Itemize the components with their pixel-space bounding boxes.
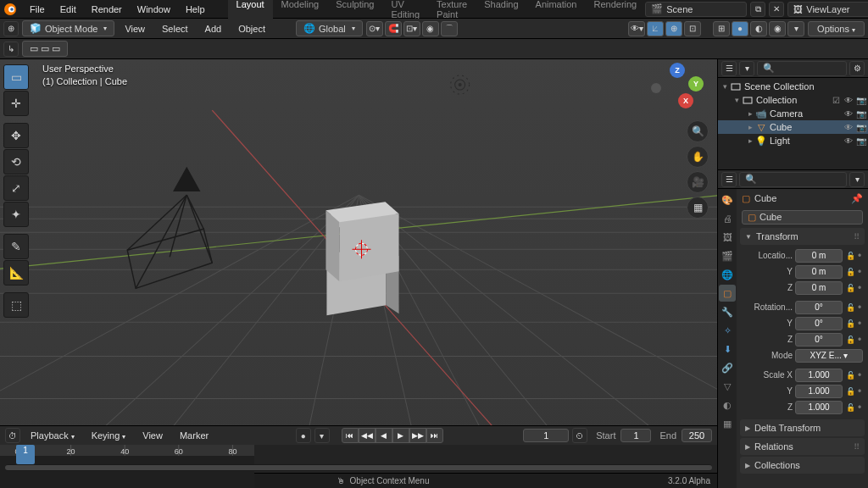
scene-props-tab-icon[interactable]: 🎬: [719, 247, 736, 264]
frame-lock-icon[interactable]: ⏲: [572, 428, 587, 443]
menu-file[interactable]: File: [22, 1, 53, 18]
move-tool-icon[interactable]: ✥: [3, 123, 29, 148]
playback-menu[interactable]: Playback: [24, 429, 81, 442]
prop-value[interactable]: 0 m: [795, 249, 843, 263]
visibility-icon[interactable]: 👁: [844, 136, 856, 146]
render-icon[interactable]: 📷: [856, 136, 868, 146]
select-box-tool[interactable]: ▭ ▭ ▭: [22, 41, 68, 57]
measure-tool-icon[interactable]: 📐: [3, 260, 29, 286]
prop-value[interactable]: 1.000: [795, 401, 843, 414]
animate-icon[interactable]: •: [858, 370, 863, 380]
axis-neg-icon[interactable]: [651, 83, 661, 93]
camera-view-icon[interactable]: 🎥: [687, 171, 709, 193]
prop-value[interactable]: 0°: [795, 333, 843, 347]
gizmo-toggle-icon[interactable]: ⟀: [647, 21, 664, 36]
overlay-toggle-icon[interactable]: ⊕: [665, 21, 682, 36]
pivot-icon[interactable]: ⊙▾: [366, 21, 383, 36]
perspective-toggle-icon[interactable]: ▦: [687, 197, 709, 219]
physics-props-tab-icon[interactable]: ⬇: [719, 341, 736, 358]
disclosure-icon[interactable]: ▸: [745, 136, 755, 145]
select-menu[interactable]: Select: [155, 22, 195, 36]
animate-icon[interactable]: •: [858, 335, 863, 345]
lock-icon[interactable]: 🔓: [845, 401, 855, 414]
animate-icon[interactable]: •: [858, 302, 863, 313]
outliner-row-camera[interactable]: ▸📹Camera👁📷: [718, 107, 868, 120]
proportional-edit-icon[interactable]: ◉: [422, 21, 439, 36]
lock-icon[interactable]: 🔓: [845, 385, 855, 398]
lock-icon[interactable]: 🔓: [845, 333, 855, 347]
outliner-filter-icon[interactable]: ⚙: [849, 61, 865, 76]
shading-options-icon[interactable]: ▾: [787, 21, 804, 36]
prop-value[interactable]: 1.000: [795, 385, 843, 398]
orientation-dropdown[interactable]: 🌐Global: [296, 20, 363, 36]
animate-icon[interactable]: •: [858, 283, 863, 293]
properties-search-input[interactable]: [757, 175, 808, 185]
timeline-editor-icon[interactable]: ⏱: [5, 428, 20, 443]
object-name-field[interactable]: ▢Cube: [742, 210, 863, 225]
prop-value[interactable]: 0°: [795, 301, 843, 314]
outliner-row-light[interactable]: ▸💡Light👁📷: [718, 134, 868, 147]
lock-icon[interactable]: 🔓: [845, 317, 855, 330]
timeline-ruler[interactable]: 020406080100120140160180200220240 1: [0, 445, 717, 464]
exclude-checkbox[interactable]: ☑: [832, 96, 844, 105]
menu-edit[interactable]: Edit: [53, 1, 84, 18]
timeline-scrollbar[interactable]: [5, 464, 712, 471]
render-icon[interactable]: 📷: [856, 109, 868, 119]
scene-selector[interactable]: 🎬 Scene: [645, 2, 747, 17]
constraint-props-tab-icon[interactable]: 🔗: [719, 359, 736, 376]
rotate-tool-icon[interactable]: ⟲: [3, 149, 29, 175]
timeline-view-menu[interactable]: View: [136, 429, 170, 442]
wireframe-shading-icon[interactable]: ⊞: [713, 21, 730, 36]
lock-icon[interactable]: 🔓: [845, 281, 855, 295]
pan-icon[interactable]: ✋: [687, 146, 709, 168]
rotation-mode-dropdown[interactable]: XYZ E... ▾: [795, 349, 863, 363]
render-icon[interactable]: 📷: [856, 96, 868, 105]
new-scene-button[interactable]: ⧉: [750, 2, 765, 17]
scale-tool-icon[interactable]: ⤢: [3, 175, 29, 201]
visibility-icon[interactable]: 👁: [844, 96, 856, 105]
editor-type-icon[interactable]: ⊕: [3, 21, 19, 36]
end-frame-field[interactable]: 250: [682, 429, 712, 442]
object-props-tab-icon[interactable]: ▢: [719, 285, 736, 302]
next-keyframe-icon[interactable]: ▶▶: [409, 428, 426, 443]
particle-props-tab-icon[interactable]: ✧: [719, 322, 736, 339]
menu-window[interactable]: Window: [130, 1, 178, 18]
outliner-row-cube[interactable]: ▸▽Cube👁📷: [718, 120, 868, 134]
lock-icon[interactable]: 🔓: [845, 369, 855, 382]
playhead[interactable]: 1: [16, 445, 35, 464]
material-shading-icon[interactable]: ◐: [750, 21, 767, 36]
animate-icon[interactable]: •: [858, 251, 863, 261]
autokey-options-icon[interactable]: ▾: [314, 428, 330, 443]
snap-toggle-icon[interactable]: 🧲: [385, 21, 402, 36]
transform-tool-icon[interactable]: ✦: [3, 202, 29, 227]
transform-panel-header[interactable]: ▼Transform⠿: [740, 228, 865, 245]
disclosure-icon[interactable]: ▾: [732, 96, 742, 104]
axis-y-icon[interactable]: Y: [688, 76, 704, 92]
outliner[interactable]: ▾Scene Collection ▾Collection☑👁📷▸📹Camera…: [718, 78, 868, 169]
viewlayer-props-tab-icon[interactable]: 🖼: [719, 229, 736, 246]
view-menu[interactable]: View: [118, 22, 152, 36]
disclosure-icon[interactable]: ▸: [745, 109, 755, 118]
outliner-row-collection[interactable]: ▾Collection☑👁📷: [718, 93, 868, 107]
animate-icon[interactable]: •: [858, 386, 863, 396]
tool-settings-icon[interactable]: ↳: [3, 42, 19, 57]
jump-end-icon[interactable]: ⏭: [426, 428, 443, 443]
menu-help[interactable]: Help: [178, 1, 213, 18]
proportional-falloff-icon[interactable]: ⌒: [441, 21, 458, 36]
pin-icon[interactable]: 📌: [851, 193, 863, 204]
add-cube-tool-icon[interactable]: ⬚: [3, 292, 29, 318]
visibility-icon[interactable]: 👁: [844, 123, 856, 132]
visibility-icon[interactable]: 👁: [844, 109, 856, 119]
mode-dropdown[interactable]: 🧊Object Mode: [22, 20, 114, 36]
disclosure-icon[interactable]: ▾: [720, 82, 730, 91]
visibility-icon[interactable]: 👁▾: [628, 21, 645, 36]
annotate-tool-icon[interactable]: ✎: [3, 234, 29, 259]
modifier-props-tab-icon[interactable]: 🔧: [719, 303, 736, 320]
axis-gizmo[interactable]: Z Y X: [651, 64, 702, 115]
axis-x-icon[interactable]: X: [678, 93, 693, 108]
delta-transform-panel-header[interactable]: ▶Delta Transform: [740, 419, 865, 436]
rendered-shading-icon[interactable]: ◉: [769, 21, 786, 36]
prop-value[interactable]: 0 m: [795, 265, 843, 279]
prop-value[interactable]: 0°: [795, 317, 843, 330]
delete-scene-button[interactable]: ✕: [769, 2, 784, 17]
